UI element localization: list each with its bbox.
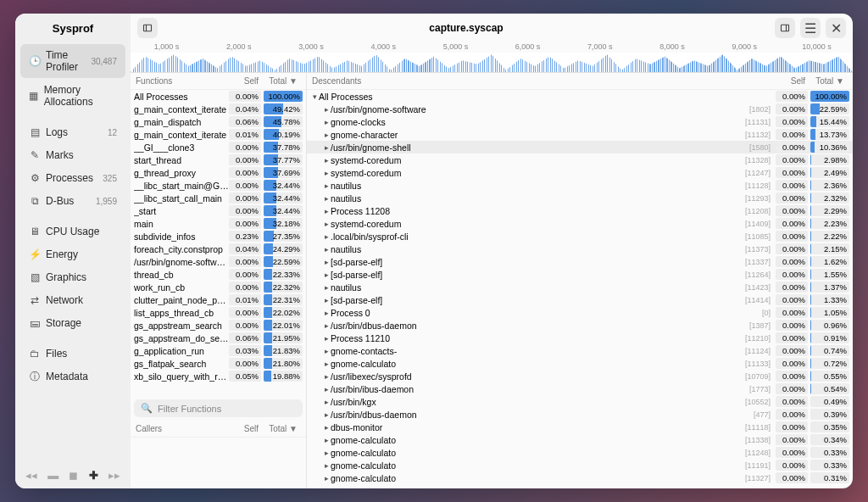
expand-icon[interactable]: ▸ xyxy=(322,334,331,343)
expand-icon[interactable]: ▸ xyxy=(322,474,331,482)
function-row[interactable]: subdivide_infos0.23%27.35% xyxy=(131,230,306,243)
expand-icon[interactable]: ▸ xyxy=(322,207,331,215)
function-row[interactable]: gs_appstream_do_search0.06%21.95% xyxy=(131,332,306,344)
expand-icon[interactable]: ▸ xyxy=(322,232,331,241)
function-row[interactable]: foreach_city.constprop0.04%24.29% xyxy=(131,243,306,255)
function-row[interactable]: _start0.00%32.44% xyxy=(131,204,306,217)
descendant-row[interactable]: ▸Process 11208[11208]0.00%2.29% xyxy=(307,204,853,217)
expand-icon[interactable]: ▸ xyxy=(322,347,331,355)
sidebar-item-processes[interactable]: ⚙Processes325 xyxy=(20,167,125,189)
expand-icon[interactable]: ▾ xyxy=(310,92,319,101)
expand-icon[interactable]: ▸ xyxy=(322,220,331,228)
function-row[interactable]: g_application_run0.03%21.83% xyxy=(131,344,306,357)
function-row[interactable]: work_run_cb0.00%22.32% xyxy=(131,281,306,293)
function-row[interactable]: clutter_paint_node_paint0.01%22.31% xyxy=(131,293,306,306)
expand-icon[interactable]: ▸ xyxy=(322,271,331,279)
sidebar-item-cpu-usage[interactable]: 🖥CPU Usage xyxy=(20,220,125,243)
callers-header[interactable]: Callers xyxy=(136,424,223,433)
descendant-row[interactable]: ▸/usr/bin/ibus-daemon[1773]0.00%0.54% xyxy=(307,382,853,395)
descendant-row[interactable]: ▸gnome-clocks[11131]0.00%15.44% xyxy=(307,115,853,128)
expand-icon[interactable]: ▸ xyxy=(322,194,331,203)
function-row[interactable]: g_main_dispatch0.06%45.78% xyxy=(131,115,306,128)
function-row[interactable]: __libc_start_main@GLIBC0.00%32.44% xyxy=(131,179,306,192)
sidebar-item-energy[interactable]: ⚡Energy xyxy=(20,243,125,265)
descendant-row[interactable]: ▸dbus-monitor[11118]0.00%0.35% xyxy=(307,421,853,433)
callers-total-header[interactable]: Total ▼ xyxy=(259,424,301,433)
function-row[interactable]: g_main_context_iterate0.01%40.19% xyxy=(131,128,306,141)
function-row[interactable]: g_main_context_iterate0.04%49.42% xyxy=(131,103,306,115)
remove-button[interactable]: ▬ xyxy=(47,469,58,482)
expand-icon[interactable]: ▸ xyxy=(322,181,331,190)
menu-button[interactable]: ☰ xyxy=(800,18,821,38)
descendant-row[interactable]: ▸gnome-calculato[11248]0.00%0.33% xyxy=(307,446,853,459)
expand-icon[interactable]: ▸ xyxy=(322,360,331,368)
descendant-row[interactable]: ▸systemd-coredum[11409]0.00%2.23% xyxy=(307,217,853,230)
expand-icon[interactable]: ▸ xyxy=(322,423,331,432)
expand-icon[interactable]: ▸ xyxy=(322,156,331,165)
sidebar-item-logs[interactable]: ▤Logs12 xyxy=(20,121,125,143)
descendant-row[interactable]: ▸gnome-calculato[11327]0.00%0.31% xyxy=(307,471,853,484)
descendant-row[interactable]: ▸.local/bin/sysprof-cli[11085]0.00%2.22% xyxy=(307,230,853,243)
close-button[interactable]: ✕ xyxy=(826,18,846,38)
descendant-row[interactable]: ▸/usr/bin/dbus-daemon[477]0.00%0.39% xyxy=(307,408,853,421)
descendant-row[interactable]: ▸nautilus[11423]0.00%1.37% xyxy=(307,281,853,293)
sidebar-item-graphics[interactable]: ▧Graphics xyxy=(20,266,125,288)
expand-icon[interactable]: ▸ xyxy=(322,245,331,254)
add-button[interactable]: ✚ xyxy=(89,469,98,482)
expand-icon[interactable]: ▸ xyxy=(322,449,331,457)
sidebar-item-network[interactable]: ⇄Network xyxy=(20,289,125,311)
sidebar-item-marks[interactable]: ✎Marks xyxy=(20,144,125,166)
descendant-row[interactable]: ▾All Processes0.00%100.00% xyxy=(307,90,853,103)
expand-icon[interactable]: ▸ xyxy=(322,143,331,152)
function-row[interactable]: __libc_start_call_main0.00%32.44% xyxy=(131,192,306,204)
expand-icon[interactable]: ▸ xyxy=(322,410,331,419)
descendant-row[interactable]: ▸gnome-character[11132]0.00%13.73% xyxy=(307,128,853,141)
descendant-row[interactable]: ▸nautilus[11373]0.00%2.15% xyxy=(307,243,853,255)
expand-icon[interactable]: ▸ xyxy=(322,118,331,126)
function-row[interactable]: start_thread0.00%37.77% xyxy=(131,153,306,166)
function-row[interactable]: gs_flatpak_search0.00%21.80% xyxy=(131,357,306,370)
expand-icon[interactable]: ▸ xyxy=(322,461,331,470)
descendant-row[interactable]: ▸/usr/bin/kgx[10552]0.00%0.49% xyxy=(307,395,853,408)
expand-icon[interactable]: ▸ xyxy=(322,131,331,139)
expand-icon[interactable]: ▸ xyxy=(322,169,331,177)
descendant-row[interactable]: ▸Process 11210[11210]0.00%0.91% xyxy=(307,332,853,344)
seek-start-button[interactable]: ◂◂ xyxy=(25,469,37,482)
expand-icon[interactable]: ▸ xyxy=(322,436,331,444)
expand-icon[interactable]: ▸ xyxy=(322,283,331,292)
sidebar-item-memory-allocations[interactable]: ▦Memory Allocations xyxy=(20,79,125,113)
sidebar-item-files[interactable]: 🗀Files xyxy=(20,343,125,365)
sidebar-item-d-bus[interactable]: ⧉D-Bus1,959 xyxy=(20,190,125,212)
stop-button[interactable]: ◼ xyxy=(69,469,78,482)
descendant-row[interactable]: ▸/usr/bin/gnome-shell[1580]0.00%10.36% xyxy=(307,141,853,153)
function-row[interactable]: __GI___clone30.00%37.78% xyxy=(131,141,306,153)
function-row[interactable]: thread_cb0.00%22.33% xyxy=(131,268,306,281)
seek-end-button[interactable]: ▸▸ xyxy=(108,469,120,482)
function-row[interactable]: main0.00%32.18% xyxy=(131,217,306,230)
expand-icon[interactable]: ▸ xyxy=(322,385,331,393)
expand-icon[interactable]: ▸ xyxy=(322,398,331,406)
expand-icon[interactable]: ▸ xyxy=(322,309,331,317)
self-header[interactable]: Self xyxy=(223,76,259,86)
descendants-header[interactable]: Descendants xyxy=(312,76,770,86)
expand-icon[interactable]: ▸ xyxy=(322,372,331,381)
function-row[interactable]: All Processes0.00%100.00% xyxy=(131,90,306,103)
desc-self-header[interactable]: Self xyxy=(770,76,805,86)
descendant-row[interactable]: ▸gnome-calculato[11338]0.00%0.34% xyxy=(307,433,853,446)
function-row[interactable]: list_apps_thread_cb0.00%22.02% xyxy=(131,306,306,319)
descendant-row[interactable]: ▸/usr/bin/dbus-daemon[1387]0.00%0.96% xyxy=(307,319,853,332)
timeline-waveform[interactable] xyxy=(131,53,853,73)
sidebar-item-time-profiler[interactable]: 🕒Time Profiler30,487 xyxy=(20,44,125,78)
callers-self-header[interactable]: Self xyxy=(223,424,259,433)
filter-functions-input[interactable]: 🔍 Filter Functions xyxy=(134,399,303,417)
descendant-row[interactable]: ▸Process 0[0]0.00%1.05% xyxy=(307,306,853,319)
descendant-row[interactable]: ▸gnome-contacts-[11124]0.00%0.74% xyxy=(307,344,853,357)
descendant-row[interactable]: ▸nautilus[11293]0.00%2.32% xyxy=(307,192,853,204)
desc-total-header[interactable]: Total ▼ xyxy=(805,76,848,86)
expand-icon[interactable]: ▸ xyxy=(322,105,331,114)
descendant-row[interactable]: ▸systemd-coredum[11247]0.00%2.49% xyxy=(307,166,853,179)
descendant-row[interactable]: ▸gnome-calculato[11191]0.00%0.33% xyxy=(307,459,853,471)
expand-icon[interactable]: ▸ xyxy=(322,296,331,304)
function-row[interactable]: gs_appstream_search0.00%22.01% xyxy=(131,319,306,332)
descendant-row[interactable]: ▸[sd-parse-elf][11337]0.00%1.62% xyxy=(307,255,853,268)
